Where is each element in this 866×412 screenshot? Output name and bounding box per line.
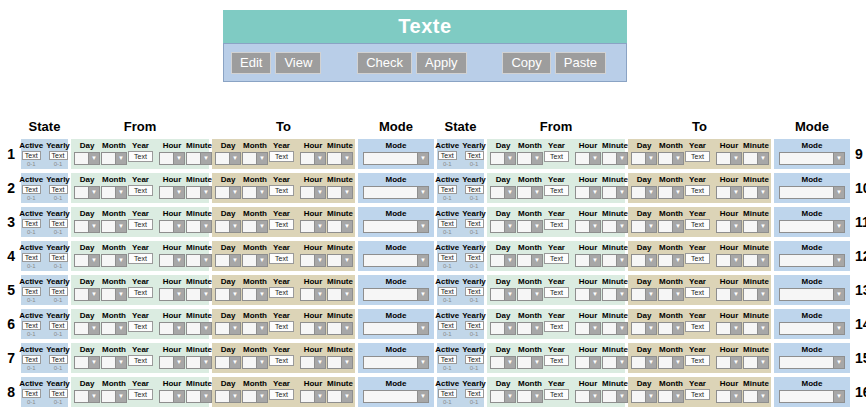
- to-year-input[interactable]: [685, 253, 710, 264]
- from-month-select[interactable]: ▼: [517, 356, 543, 369]
- to-month-select[interactable]: ▼: [242, 390, 268, 403]
- paste-button[interactable]: Paste: [555, 52, 606, 74]
- to-day-select[interactable]: ▼: [631, 254, 657, 267]
- from-day-select[interactable]: ▼: [74, 152, 100, 165]
- active-input[interactable]: [22, 389, 41, 398]
- from-day-select[interactable]: ▼: [74, 220, 100, 233]
- to-hour-select[interactable]: ▼: [300, 186, 326, 199]
- to-year-input[interactable]: [685, 219, 710, 230]
- to-month-select[interactable]: ▼: [242, 356, 268, 369]
- from-year-input[interactable]: [544, 321, 569, 332]
- from-hour-select[interactable]: ▼: [159, 288, 185, 301]
- to-minute-select[interactable]: ▼: [743, 254, 769, 267]
- from-month-select[interactable]: ▼: [517, 322, 543, 335]
- from-month-select[interactable]: ▼: [101, 356, 127, 369]
- to-month-select[interactable]: ▼: [658, 186, 684, 199]
- from-minute-select[interactable]: ▼: [186, 322, 212, 335]
- from-month-select[interactable]: ▼: [517, 186, 543, 199]
- from-hour-select[interactable]: ▼: [575, 322, 601, 335]
- from-minute-select[interactable]: ▼: [602, 186, 628, 199]
- from-month-select[interactable]: ▼: [517, 254, 543, 267]
- from-day-select[interactable]: ▼: [490, 186, 516, 199]
- from-hour-select[interactable]: ▼: [575, 254, 601, 267]
- to-year-input[interactable]: [685, 287, 710, 298]
- yearly-input[interactable]: [465, 355, 484, 364]
- mode-select[interactable]: ▼: [779, 322, 845, 335]
- to-year-input[interactable]: [269, 151, 294, 162]
- to-month-select[interactable]: ▼: [242, 254, 268, 267]
- active-input[interactable]: [22, 185, 41, 194]
- to-month-select[interactable]: ▼: [658, 390, 684, 403]
- edit-button[interactable]: Edit: [231, 52, 271, 74]
- to-day-select[interactable]: ▼: [215, 254, 241, 267]
- to-day-select[interactable]: ▼: [631, 390, 657, 403]
- to-year-input[interactable]: [269, 389, 294, 400]
- to-minute-select[interactable]: ▼: [743, 288, 769, 301]
- mode-select[interactable]: ▼: [779, 220, 845, 233]
- from-month-select[interactable]: ▼: [101, 288, 127, 301]
- to-month-select[interactable]: ▼: [242, 288, 268, 301]
- to-hour-select[interactable]: ▼: [300, 390, 326, 403]
- mode-select[interactable]: ▼: [779, 152, 845, 165]
- to-hour-select[interactable]: ▼: [300, 322, 326, 335]
- from-minute-select[interactable]: ▼: [186, 254, 212, 267]
- from-month-select[interactable]: ▼: [101, 220, 127, 233]
- to-minute-select[interactable]: ▼: [327, 288, 353, 301]
- to-hour-select[interactable]: ▼: [716, 356, 742, 369]
- from-minute-select[interactable]: ▼: [602, 152, 628, 165]
- from-month-select[interactable]: ▼: [517, 288, 543, 301]
- from-minute-select[interactable]: ▼: [186, 220, 212, 233]
- to-minute-select[interactable]: ▼: [327, 152, 353, 165]
- to-minute-select[interactable]: ▼: [743, 152, 769, 165]
- from-hour-select[interactable]: ▼: [575, 220, 601, 233]
- to-hour-select[interactable]: ▼: [300, 254, 326, 267]
- active-input[interactable]: [438, 253, 457, 262]
- from-month-select[interactable]: ▼: [517, 152, 543, 165]
- yearly-input[interactable]: [465, 389, 484, 398]
- mode-select[interactable]: ▼: [779, 186, 845, 199]
- mode-select[interactable]: ▼: [363, 220, 429, 233]
- to-month-select[interactable]: ▼: [658, 152, 684, 165]
- from-day-select[interactable]: ▼: [490, 322, 516, 335]
- to-day-select[interactable]: ▼: [631, 152, 657, 165]
- to-day-select[interactable]: ▼: [215, 322, 241, 335]
- to-year-input[interactable]: [269, 219, 294, 230]
- to-hour-select[interactable]: ▼: [300, 220, 326, 233]
- active-input[interactable]: [438, 389, 457, 398]
- yearly-input[interactable]: [49, 151, 68, 160]
- to-month-select[interactable]: ▼: [242, 186, 268, 199]
- active-input[interactable]: [438, 355, 457, 364]
- yearly-input[interactable]: [465, 151, 484, 160]
- from-year-input[interactable]: [128, 389, 153, 400]
- from-day-select[interactable]: ▼: [490, 356, 516, 369]
- to-year-input[interactable]: [269, 355, 294, 366]
- to-minute-select[interactable]: ▼: [743, 186, 769, 199]
- to-day-select[interactable]: ▼: [631, 220, 657, 233]
- from-year-input[interactable]: [544, 185, 569, 196]
- to-year-input[interactable]: [685, 151, 710, 162]
- from-hour-select[interactable]: ▼: [575, 288, 601, 301]
- to-day-select[interactable]: ▼: [215, 152, 241, 165]
- yearly-input[interactable]: [49, 287, 68, 296]
- from-hour-select[interactable]: ▼: [159, 356, 185, 369]
- to-hour-select[interactable]: ▼: [716, 390, 742, 403]
- to-hour-select[interactable]: ▼: [300, 152, 326, 165]
- from-day-select[interactable]: ▼: [490, 254, 516, 267]
- from-hour-select[interactable]: ▼: [159, 254, 185, 267]
- to-year-input[interactable]: [685, 389, 710, 400]
- active-input[interactable]: [438, 287, 457, 296]
- mode-select[interactable]: ▼: [363, 288, 429, 301]
- to-year-input[interactable]: [685, 185, 710, 196]
- to-hour-select[interactable]: ▼: [716, 254, 742, 267]
- from-year-input[interactable]: [128, 355, 153, 366]
- to-minute-select[interactable]: ▼: [327, 356, 353, 369]
- from-minute-select[interactable]: ▼: [186, 186, 212, 199]
- from-hour-select[interactable]: ▼: [159, 152, 185, 165]
- from-hour-select[interactable]: ▼: [159, 186, 185, 199]
- to-minute-select[interactable]: ▼: [327, 220, 353, 233]
- to-day-select[interactable]: ▼: [631, 288, 657, 301]
- yearly-input[interactable]: [49, 185, 68, 194]
- yearly-input[interactable]: [465, 185, 484, 194]
- active-input[interactable]: [22, 151, 41, 160]
- to-day-select[interactable]: ▼: [631, 322, 657, 335]
